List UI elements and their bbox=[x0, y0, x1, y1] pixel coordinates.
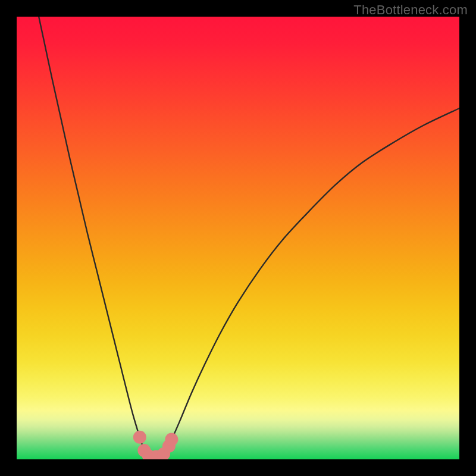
outer-frame: TheBottleneck.com bbox=[0, 0, 476, 476]
marker-dot bbox=[133, 431, 146, 444]
marker-dot bbox=[165, 433, 178, 446]
curve-right bbox=[165, 108, 459, 450]
ideal-zone-markers bbox=[133, 431, 178, 459]
curve-layer bbox=[17, 17, 459, 459]
plot-area bbox=[17, 17, 459, 459]
curve-left bbox=[39, 17, 144, 450]
watermark-text: TheBottleneck.com bbox=[353, 2, 468, 18]
